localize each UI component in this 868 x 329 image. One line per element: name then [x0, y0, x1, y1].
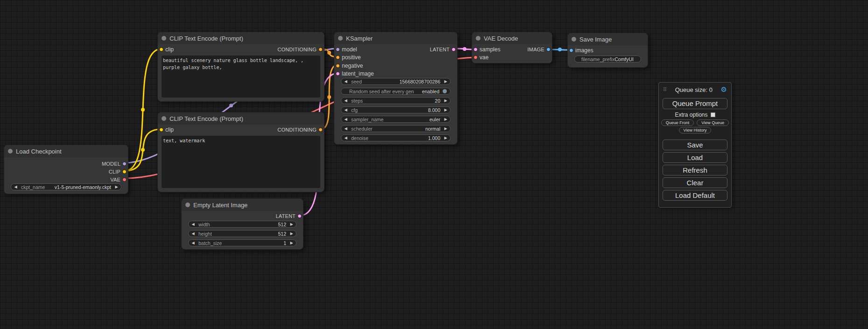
node-graph-canvas[interactable]: Load Checkpoint MODEL CLIP VAE ◀ ckpt_na…: [0, 0, 868, 329]
widget-name-label: sampler_name: [351, 117, 383, 122]
decrement-icon[interactable]: ◀: [344, 99, 348, 103]
widget-denoise[interactable]: ◀ denoise 1.000 ▶: [341, 134, 451, 141]
output-port-latent[interactable]: [452, 47, 456, 51]
decrement-icon[interactable]: ◀: [344, 118, 348, 121]
input-port-samples[interactable]: [473, 47, 478, 51]
decrement-icon[interactable]: ◀: [191, 232, 195, 236]
decrement-icon[interactable]: ◀: [14, 185, 18, 189]
increment-icon[interactable]: ▶: [444, 118, 448, 121]
increment-icon[interactable]: ▶: [444, 136, 448, 140]
save-button[interactable]: Save: [663, 140, 727, 150]
node-title-bar[interactable]: CLIP Text Encode (Prompt): [158, 32, 324, 44]
node-collapse-dot-icon[interactable]: [476, 36, 480, 41]
node-collapse-dot-icon[interactable]: [162, 116, 166, 121]
queue-prompt-button[interactable]: Queue Prompt: [663, 98, 727, 109]
input-port-clip[interactable]: [159, 47, 163, 51]
widget-batch-size[interactable]: ◀ batch_size 1 ▶: [188, 239, 296, 246]
node-collapse-dot-icon[interactable]: [338, 36, 343, 41]
wire-midpoint-dot[interactable]: [327, 51, 331, 55]
output-label-vae: VAE: [110, 177, 120, 182]
widget-steps[interactable]: ◀ steps 20 ▶: [341, 97, 451, 104]
wire-midpoint-dot[interactable]: [558, 48, 562, 51]
output-port-conditioning[interactable]: [318, 47, 323, 51]
input-port-model[interactable]: [336, 47, 340, 51]
settings-gear-icon[interactable]: ⚙: [721, 85, 727, 94]
wire-midpoint-dot[interactable]: [327, 95, 331, 99]
queue-front-button[interactable]: Queue Front: [661, 119, 694, 126]
node-clip-text-encode-positive[interactable]: CLIP Text Encode (Prompt) clip CONDITION…: [157, 32, 325, 102]
input-port-negative[interactable]: [336, 63, 340, 68]
node-vae-decode[interactable]: VAE Decode samples IMAGE vae: [472, 32, 552, 63]
decrement-icon[interactable]: ◀: [344, 80, 348, 84]
decrement-icon[interactable]: ◀: [191, 223, 195, 226]
widget-value: 156680208700286: [399, 79, 440, 84]
positive-prompt-textarea[interactable]: beautiful scenery nature glass bottle la…: [162, 56, 320, 98]
widget-height[interactable]: ◀ height 512 ▶: [188, 230, 296, 237]
decrement-icon[interactable]: ◀: [344, 127, 348, 131]
widget-width[interactable]: ◀ width 512 ▶: [188, 221, 296, 228]
wire-midpoint-dot[interactable]: [463, 47, 466, 51]
widget-name-label: batch_size: [198, 240, 222, 246]
node-clip-text-encode-negative[interactable]: CLIP Text Encode (Prompt) clip CONDITION…: [157, 112, 325, 192]
drag-handle-icon[interactable]: ⠿: [663, 87, 667, 93]
increment-icon[interactable]: ▶: [114, 185, 119, 189]
node-title-bar[interactable]: Save Image: [568, 33, 648, 45]
increment-icon[interactable]: ▶: [289, 241, 294, 245]
output-port-vae[interactable]: [122, 177, 127, 182]
toggle-knob-icon[interactable]: [443, 89, 447, 93]
widget-scheduler[interactable]: ◀ scheduler normal ▶: [341, 125, 451, 132]
output-row-clip: CLIP: [4, 168, 128, 175]
queue-buttons-row: Queue Front View Queue: [663, 119, 727, 126]
node-title-bar[interactable]: VAE Decode: [472, 32, 552, 44]
widget-sampler-name[interactable]: ◀ sampler_name euler ▶: [341, 116, 451, 123]
wire-midpoint-dot[interactable]: [229, 104, 233, 107]
widget-cfg[interactable]: ◀ cfg 8.000 ▶: [341, 106, 451, 113]
load-button[interactable]: Load: [663, 152, 727, 163]
wire-midpoint-dot[interactable]: [141, 148, 145, 152]
input-port-clip[interactable]: [159, 127, 163, 132]
node-collapse-dot-icon[interactable]: [572, 37, 576, 42]
wire-midpoint-dot[interactable]: [141, 108, 145, 112]
node-title-bar[interactable]: CLIP Text Encode (Prompt): [158, 112, 324, 125]
decrement-icon[interactable]: ◀: [344, 136, 348, 140]
clear-button[interactable]: Clear: [663, 177, 727, 188]
node-load-checkpoint[interactable]: Load Checkpoint MODEL CLIP VAE ◀ ckpt_na…: [4, 145, 128, 194]
input-port-latent-image[interactable]: [336, 72, 340, 76]
load-default-button[interactable]: Load Default: [663, 190, 727, 201]
input-port-positive[interactable]: [336, 56, 340, 60]
negative-prompt-textarea[interactable]: text, watermark: [162, 136, 320, 188]
input-port-images[interactable]: [569, 48, 573, 52]
node-save-image[interactable]: Save Image images filename_prefix ComfyU…: [567, 33, 648, 68]
node-title-bar[interactable]: Load Checkpoint: [4, 145, 128, 157]
increment-icon[interactable]: ▶: [444, 80, 448, 84]
widget-filename-prefix[interactable]: filename_prefix ComfyUI: [574, 56, 641, 63]
increment-icon[interactable]: ▶: [444, 99, 448, 103]
extra-options-checkbox[interactable]: [711, 112, 715, 117]
widget-ckpt-name[interactable]: ◀ ckpt_name v1-5-pruned-emaonly.ckpt ▶: [11, 183, 121, 190]
decrement-icon[interactable]: ◀: [191, 241, 195, 245]
output-port-conditioning[interactable]: [318, 127, 323, 132]
output-port-image[interactable]: [546, 47, 550, 51]
node-empty-latent-image[interactable]: Empty Latent Image LATENT ◀ width 512 ▶ …: [181, 198, 303, 250]
increment-icon[interactable]: ▶: [289, 223, 294, 226]
increment-icon[interactable]: ▶: [444, 127, 448, 131]
input-port-vae[interactable]: [473, 55, 478, 59]
node-collapse-dot-icon[interactable]: [8, 149, 13, 154]
view-queue-button[interactable]: View Queue: [697, 119, 729, 126]
node-collapse-dot-icon[interactable]: [185, 203, 190, 207]
node-collapse-dot-icon[interactable]: [162, 36, 166, 41]
increment-icon[interactable]: ▶: [444, 108, 448, 112]
widget-seed[interactable]: ◀ seed 156680208700286 ▶: [341, 78, 451, 85]
view-history-button[interactable]: View History: [679, 127, 712, 133]
output-port-latent[interactable]: [297, 214, 302, 218]
output-port-clip[interactable]: [122, 169, 127, 174]
node-ksampler[interactable]: KSampler model LATENT positive negative …: [334, 32, 458, 145]
input-label-clip: clip: [165, 126, 174, 133]
decrement-icon[interactable]: ◀: [344, 108, 348, 112]
node-title-bar[interactable]: KSampler: [334, 32, 457, 44]
output-port-model[interactable]: [122, 161, 127, 166]
node-title-bar[interactable]: Empty Latent Image: [182, 199, 303, 211]
refresh-button[interactable]: Refresh: [663, 165, 727, 175]
increment-icon[interactable]: ▶: [289, 232, 294, 236]
widget-random-seed-toggle[interactable]: Random seed after every gen enabled: [341, 88, 451, 95]
